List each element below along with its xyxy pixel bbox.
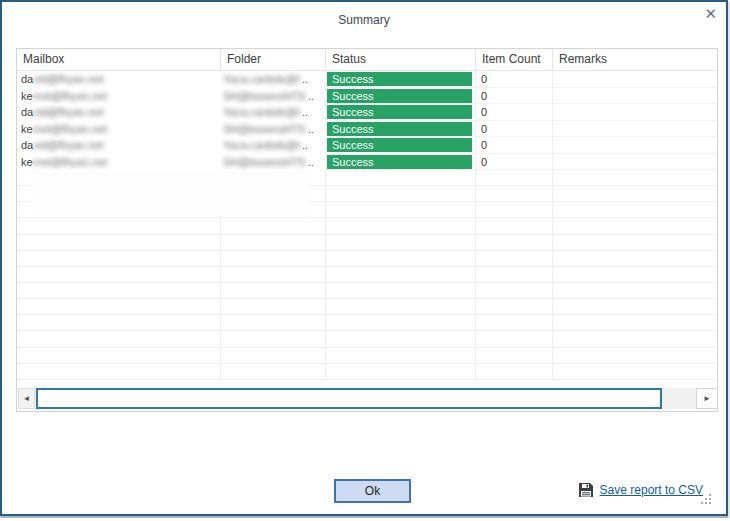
column-header-remarks[interactable]: Remarks <box>553 49 717 70</box>
mailbox-cell: david@fhyan.net <box>17 137 221 154</box>
folder-blurred-text: Yaca.canbds@t <box>223 139 300 151</box>
status-cell: Success <box>326 71 476 88</box>
empty-cell <box>476 315 553 330</box>
empty-cell <box>476 218 553 233</box>
resize-grip-icon[interactable] <box>701 491 712 509</box>
column-header-status[interactable]: Status <box>326 49 476 70</box>
item-count-cell: 0 <box>476 88 553 105</box>
table-empty-row <box>17 331 717 347</box>
remarks-cell <box>553 137 717 154</box>
empty-cell <box>553 299 717 314</box>
horizontal-scrollbar[interactable]: ◄ ► <box>18 388 718 409</box>
empty-cell <box>326 299 476 314</box>
status-cell: Success <box>326 137 476 154</box>
table-row[interactable]: david@fhyan.net Yaca.canbds@t.. Success … <box>17 137 717 154</box>
table-row[interactable]: kernel@fhyan.net SH@toswnsHTS.. Success … <box>17 121 717 138</box>
empty-cell <box>221 364 326 379</box>
dialog-title: Summary <box>2 13 726 27</box>
empty-cell <box>17 364 221 379</box>
remarks-cell <box>553 121 717 138</box>
mailbox-cell: kernel@fhyan.net <box>17 121 221 138</box>
table-empty-row <box>17 218 717 234</box>
floppy-disk-icon <box>578 482 594 498</box>
empty-cell <box>553 218 717 233</box>
table-empty-row <box>17 235 717 251</box>
empty-cell <box>476 186 553 201</box>
empty-cell <box>221 299 326 314</box>
scroll-left-button[interactable]: ◄ <box>18 388 35 409</box>
empty-cell <box>553 364 717 379</box>
empty-cell <box>553 267 717 282</box>
table-empty-row <box>17 315 717 331</box>
column-header-mailbox[interactable]: Mailbox <box>17 49 221 70</box>
mailbox-blurred-text: vid@fhyan.net <box>33 106 104 118</box>
remarks-cell <box>553 71 717 88</box>
table-row[interactable]: kernel@fhyan.net SH@toswnsHTS.. Success … <box>17 88 717 105</box>
column-header-folder[interactable]: Folder <box>221 49 326 70</box>
close-icon[interactable]: ✕ <box>704 6 717 22</box>
empty-cell <box>326 348 476 363</box>
folder-cell: SH@toswnsHTS.. <box>221 154 326 171</box>
empty-cell <box>476 364 553 379</box>
empty-cell <box>326 267 476 282</box>
ok-button[interactable]: Ok <box>334 479 411 503</box>
item-count-cell: 0 <box>476 121 553 138</box>
empty-cell <box>476 251 553 266</box>
table-header-row: Mailbox Folder Status Item Count Remarks <box>17 49 717 71</box>
status-badge: Success <box>327 89 472 103</box>
mailbox-prefix: da <box>21 106 33 118</box>
status-cell: Success <box>326 88 476 105</box>
mailbox-prefix: da <box>21 73 33 85</box>
arrow-left-icon: ◄ <box>23 394 31 403</box>
empty-cell <box>326 218 476 233</box>
empty-cell <box>476 235 553 250</box>
table-empty-row <box>17 283 717 299</box>
status-cell: Success <box>326 104 476 121</box>
empty-cell <box>476 267 553 282</box>
empty-cell <box>17 299 221 314</box>
empty-cell <box>17 348 221 363</box>
folder-cell: Yaca.canbds@t.. <box>221 104 326 121</box>
scrollbar-thumb[interactable] <box>36 388 662 409</box>
empty-cell <box>553 348 717 363</box>
mailbox-blurred-text: rnel@fhyan.net <box>33 123 108 135</box>
empty-cell <box>17 331 221 346</box>
empty-cell <box>326 170 476 185</box>
folder-blurred-text: SH@toswnsHTS <box>223 123 306 135</box>
empty-cell <box>17 283 221 298</box>
mailbox-cell: kernel@fhyan.net <box>17 88 221 105</box>
folder-blurred-text: SH@toswnsHTS <box>223 156 306 168</box>
table-empty-row <box>17 348 717 364</box>
mailbox-prefix: da <box>21 139 33 151</box>
status-badge: Success <box>327 138 472 152</box>
empty-cell <box>17 315 221 330</box>
summary-dialog: Summary ✕ Mailbox Folder Status Item Cou… <box>0 0 728 516</box>
empty-cell <box>553 186 717 201</box>
folder-cell: Yaca.canbds@t.. <box>221 137 326 154</box>
table-row[interactable]: david@fhyan.net Yaca.canbds@t.. Success … <box>17 104 717 121</box>
table-empty-row <box>17 251 717 267</box>
empty-cell <box>476 299 553 314</box>
arrow-right-icon: ► <box>703 394 711 403</box>
empty-cell <box>326 186 476 201</box>
empty-cell <box>221 283 326 298</box>
folder-cell: Yaca.canbds@t.. <box>221 71 326 88</box>
mailbox-blurred-text: vid@fhyan.net <box>33 139 104 151</box>
folder-cell: SH@toswnsHTS.. <box>221 88 326 105</box>
save-report-link[interactable]: Save report to CSV <box>578 482 703 498</box>
empty-cell <box>221 235 326 250</box>
item-count-cell: 0 <box>476 71 553 88</box>
save-report-label[interactable]: Save report to CSV <box>600 483 703 497</box>
table-row[interactable]: david@fhyan.net Yaca.canbds@t.. Success … <box>17 71 717 88</box>
status-cell: Success <box>326 154 476 171</box>
scroll-right-button[interactable]: ► <box>696 388 718 409</box>
mailbox-cell: david@fhyan.net <box>17 71 221 88</box>
table-row[interactable]: kernel@fhyan.net SH@toswnsHTS.. Success … <box>17 154 717 171</box>
empty-cell <box>553 315 717 330</box>
column-header-item-count[interactable]: Item Count <box>476 49 553 70</box>
empty-cell <box>553 331 717 346</box>
mailbox-prefix: ke <box>21 156 33 168</box>
empty-cell <box>326 283 476 298</box>
folder-ellipsis: .. <box>308 156 314 168</box>
empty-cell <box>326 235 476 250</box>
